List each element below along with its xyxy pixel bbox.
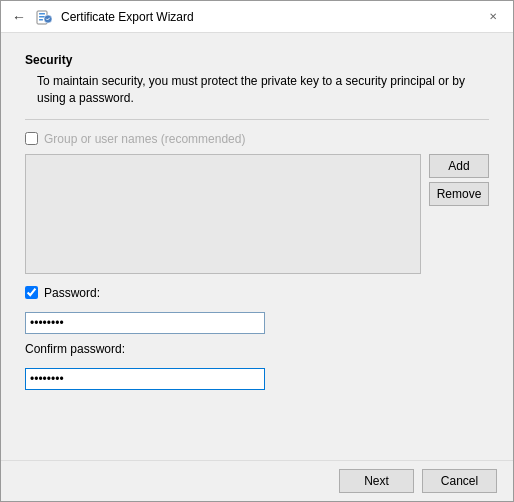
svg-rect-1: [39, 13, 45, 15]
password-input[interactable]: [25, 312, 265, 334]
main-content: Security To maintain security, you must …: [1, 33, 513, 460]
side-buttons: Add Remove: [429, 154, 489, 274]
footer: Next Cancel: [1, 460, 513, 501]
window-title: Certificate Export Wizard: [61, 10, 194, 24]
divider: [25, 119, 489, 120]
svg-rect-2: [39, 16, 45, 18]
password-checkbox-label: Password:: [44, 286, 100, 300]
confirm-password-label: Confirm password:: [25, 342, 489, 356]
close-button[interactable]: ✕: [481, 5, 505, 29]
section-title: Security: [25, 53, 489, 67]
certificate-export-wizard-window: ← Certificate Export Wizard ✕ Security T…: [0, 0, 514, 502]
remove-button[interactable]: Remove: [429, 182, 489, 206]
next-button[interactable]: Next: [339, 469, 414, 493]
password-section: Password: Confirm password:: [25, 286, 489, 390]
svg-rect-3: [39, 19, 43, 21]
cancel-button[interactable]: Cancel: [422, 469, 497, 493]
group-list-box: [25, 154, 421, 274]
add-button[interactable]: Add: [429, 154, 489, 178]
password-checkbox-row: Password:: [25, 286, 489, 300]
group-checkbox[interactable]: [25, 132, 38, 145]
group-checkbox-label: Group or user names (recommended): [44, 132, 245, 146]
group-area: Add Remove: [25, 154, 489, 274]
section-description: To maintain security, you must protect t…: [37, 73, 489, 107]
password-checkbox[interactable]: [25, 286, 38, 299]
back-button[interactable]: ←: [9, 7, 29, 27]
confirm-password-input[interactable]: [25, 368, 265, 390]
window-icon: [35, 8, 53, 26]
title-bar: ← Certificate Export Wizard ✕: [1, 1, 513, 33]
group-checkbox-row: Group or user names (recommended): [25, 132, 489, 146]
